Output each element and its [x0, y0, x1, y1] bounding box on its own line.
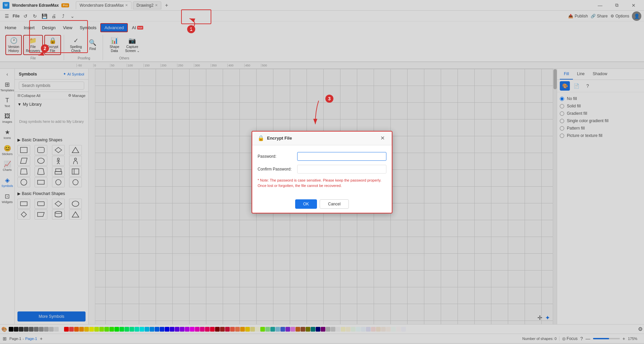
dialog-footer: OK Cancel [252, 195, 392, 213]
dialog-title: Encrypt File [267, 136, 292, 141]
dialog-header: 🔒 Encrypt File ✕ [252, 132, 392, 145]
password-label: Password: [258, 154, 294, 159]
modal-overlay: 🔒 Encrypt File ✕ Password: Confirm Passw… [0, 0, 644, 344]
dialog-icon: 🔒 [258, 135, 264, 141]
confirm-password-field-row: Confirm Password: [258, 165, 386, 174]
password-input[interactable] [297, 152, 386, 161]
dialog-body: Password: Confirm Password: * Note: The … [252, 145, 392, 195]
password-field-row: Password: [258, 152, 386, 161]
ok-button[interactable]: OK [295, 199, 317, 209]
confirm-password-label: Confirm Password: [258, 167, 294, 171]
encrypt-dialog: 🔒 Encrypt File ✕ Password: Confirm Passw… [252, 131, 392, 213]
confirm-password-input[interactable] [297, 165, 386, 174]
dialog-note: * Note: The password is case sensitive. … [258, 178, 386, 189]
dialog-close-button[interactable]: ✕ [378, 134, 386, 142]
cancel-button[interactable]: Cancel [320, 199, 349, 209]
